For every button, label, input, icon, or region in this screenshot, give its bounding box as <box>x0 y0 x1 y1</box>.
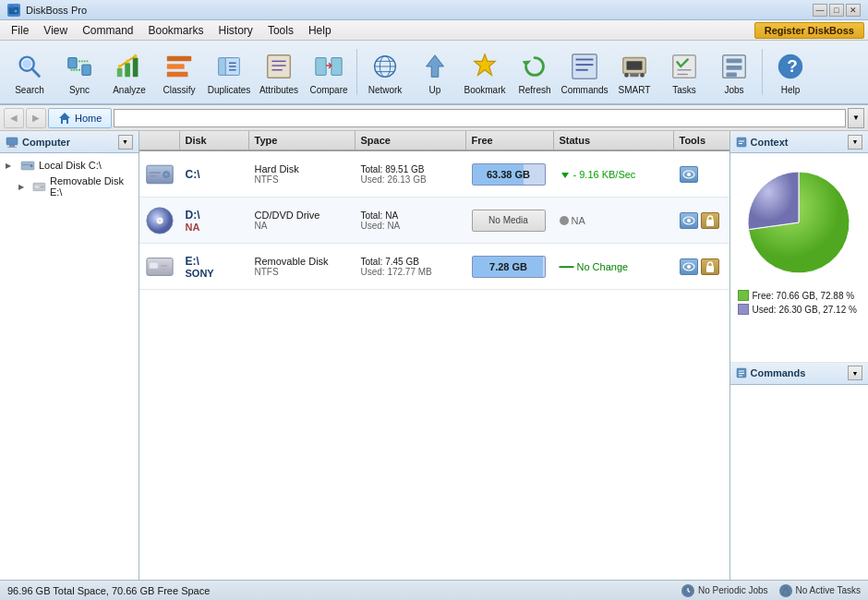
disk-free-d[interactable]: No Media <box>466 210 554 232</box>
svg-point-12 <box>126 59 129 63</box>
chart-legend: Free: 70.66 GB, 72.88 % Used: 26.30 GB, … <box>738 290 862 318</box>
menu-bar: File View Command Bookmarks History Tool… <box>0 20 868 41</box>
th-space: Space <box>356 131 466 150</box>
toolbar-compare[interactable]: Compare <box>305 44 353 100</box>
toolbar-bookmark[interactable]: Bookmark <box>461 44 509 100</box>
tree-item-e[interactable]: ▶ Removable Disk E:\ <box>17 174 135 199</box>
menu-file[interactable]: File <box>4 22 36 39</box>
svg-point-43 <box>640 73 645 78</box>
th-disk-icon <box>139 131 180 150</box>
menu-view[interactable]: View <box>36 22 75 39</box>
toolbar-attributes[interactable]: Attributes <box>255 44 303 100</box>
tree-expand-c[interactable]: ▶ <box>6 162 17 170</box>
back-button[interactable]: ◀ <box>4 108 24 128</box>
toolbar-network[interactable]: Network <box>361 44 409 100</box>
eye-tool-d[interactable] <box>680 212 698 229</box>
status-bar: 96.96 GB Total Space, 70.66 GB Free Spac… <box>0 580 868 600</box>
context-dropdown[interactable]: ▼ <box>848 135 862 150</box>
disk-row-e[interactable]: E:\ SONY Removable Disk NTFS Total: 7.45… <box>139 244 729 290</box>
toolbar-commands[interactable]: Commands <box>561 44 609 100</box>
svg-rect-15 <box>167 64 185 69</box>
commands-dropdown[interactable]: ▼ <box>848 366 862 380</box>
commands-panel-icon <box>736 367 747 378</box>
eye-tool-e[interactable] <box>680 258 698 275</box>
path-input[interactable] <box>114 109 846 127</box>
disk-free-c[interactable]: 63.38 GB <box>466 163 554 186</box>
disk-row-d[interactable]: D:\ NA CD/DVD Drive NA Total: NA Used: N… <box>139 198 729 244</box>
status-arrow-icon <box>560 169 571 180</box>
home-label: Home <box>75 113 102 124</box>
svg-rect-14 <box>167 55 191 61</box>
search-icon <box>13 50 46 83</box>
toolbar-help[interactable]: ? Help <box>766 44 814 100</box>
disk-status-d: NA <box>554 215 674 226</box>
forward-button[interactable]: ▶ <box>26 108 46 128</box>
hdd-icon-tree <box>20 159 35 172</box>
tree-item-c[interactable]: ▶ Local Disk C:\ <box>4 157 135 174</box>
svg-rect-67 <box>149 172 160 174</box>
toolbar-classify-label: Classify <box>163 85 195 95</box>
home-button[interactable]: Home <box>48 108 112 128</box>
free-label-c: 63.38 GB <box>487 169 530 180</box>
close-button[interactable]: ✕ <box>846 4 861 17</box>
toolbar-tasks[interactable]: Tasks <box>660 44 708 100</box>
disk-row-c[interactable]: C:\ Hard Disk NTFS Total: 89.51 GB Used:… <box>139 151 729 198</box>
left-panel-header: Computer ▼ <box>0 131 139 153</box>
table-header: Disk Type Space Free Status Tools <box>139 131 729 151</box>
disk-free-e[interactable]: 7.28 GB <box>466 256 554 278</box>
disk-icon-c <box>139 161 180 188</box>
disk-type-c: Hard Disk NTFS <box>249 163 356 185</box>
status-jobs: No Periodic Jobs <box>681 584 768 597</box>
minimize-button[interactable]: — <box>813 4 827 17</box>
toolbar-refresh-label: Refresh <box>518 85 550 95</box>
compare-icon <box>312 50 345 83</box>
help-icon: ? <box>774 50 807 83</box>
svg-marker-33 <box>427 54 444 77</box>
maximize-button[interactable]: □ <box>829 4 844 17</box>
lock-tool-e[interactable] <box>701 258 719 275</box>
nav-bar: ◀ ▶ Home ▼ <box>0 105 868 131</box>
nav-dropdown-button[interactable]: ▼ <box>848 108 864 128</box>
status-circle-icon <box>560 216 569 225</box>
menu-help[interactable]: Help <box>301 22 339 39</box>
toolbar-search[interactable]: Search <box>6 44 54 100</box>
lock-tool-d[interactable] <box>701 212 719 229</box>
toolbar-sync[interactable]: Sync <box>55 44 103 100</box>
disk-label-d: D:\ NA <box>180 209 249 233</box>
toolbar-help-label: Help <box>781 85 801 95</box>
menu-tools[interactable]: Tools <box>260 22 301 39</box>
menu-command[interactable]: Command <box>75 22 140 39</box>
bookmark-icon <box>468 50 501 83</box>
context-header: Context ▼ <box>730 131 869 153</box>
toolbar-up[interactable]: Up <box>411 44 459 100</box>
free-bar-e[interactable]: 7.28 GB <box>472 256 546 278</box>
toolbar-analyze-label: Analyze <box>113 85 146 95</box>
svg-rect-85 <box>737 138 746 147</box>
disk-icon-d <box>139 205 180 236</box>
toolbar-classify[interactable]: Classify <box>155 44 203 100</box>
free-bar-c[interactable]: 63.38 GB <box>472 163 546 186</box>
toolbar-smart[interactable]: SMART <box>610 44 658 100</box>
computer-icon <box>6 136 18 149</box>
svg-point-59 <box>30 164 33 167</box>
no-media-btn[interactable]: No Media <box>472 210 546 232</box>
toolbar-commands-label: Commands <box>561 85 608 95</box>
left-panel-dropdown[interactable]: ▼ <box>118 135 133 150</box>
right-panel: Context ▼ <box>729 131 869 580</box>
menu-history[interactable]: History <box>211 22 260 39</box>
tree-expand-e[interactable]: ▶ <box>18 183 29 191</box>
jobs-status-icon <box>681 584 694 597</box>
menu-bookmarks[interactable]: Bookmarks <box>141 22 211 39</box>
disk-tools-c <box>674 166 729 183</box>
svg-rect-56 <box>9 145 15 147</box>
main-area: Computer ▼ ▶ Local Disk C:\ ▶ Removable … <box>0 131 868 580</box>
toolbar-analyze[interactable]: Analyze <box>105 44 153 100</box>
register-button[interactable]: Register DiskBoss <box>754 22 864 39</box>
toolbar-refresh[interactable]: Refresh <box>511 44 559 100</box>
eye-tool-c[interactable] <box>680 166 698 183</box>
th-free: Free <box>466 131 554 150</box>
toolbar-duplicates[interactable]: Duplicates <box>205 44 253 100</box>
svg-point-74 <box>158 219 161 222</box>
toolbar-jobs[interactable]: Jobs <box>710 44 758 100</box>
tasks-status-text: No Active Tasks <box>796 585 861 595</box>
